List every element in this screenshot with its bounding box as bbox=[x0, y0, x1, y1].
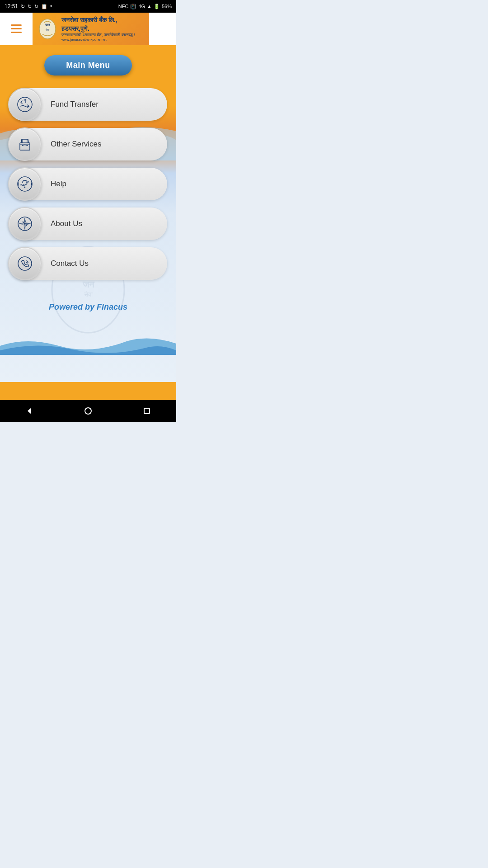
main-content: जन सेवा Main Menu ₹ Fund Transfer bbox=[0, 45, 176, 382]
vibrate-icon: 📳 bbox=[130, 4, 136, 9]
time: 12:51 bbox=[5, 3, 18, 9]
svg-point-12 bbox=[24, 187, 25, 188]
about-us-icon-wrap bbox=[8, 207, 42, 241]
home-icon bbox=[84, 406, 93, 415]
contact-us-item[interactable]: Contact Us bbox=[9, 247, 167, 280]
bottom-orange-bar bbox=[0, 382, 176, 400]
svg-marker-20 bbox=[28, 408, 31, 414]
recents-button[interactable] bbox=[136, 400, 158, 422]
fund-transfer-item[interactable]: ₹ Fund Transfer bbox=[9, 88, 167, 121]
battery-level: 56% bbox=[162, 4, 172, 9]
navigation-bar bbox=[0, 400, 176, 422]
sync-icon-2: ↻ bbox=[28, 4, 32, 9]
header-right-space bbox=[149, 13, 176, 45]
other-services-icon-wrap bbox=[8, 127, 42, 161]
svg-text:24: 24 bbox=[20, 184, 24, 187]
hamburger-menu-button[interactable] bbox=[0, 13, 33, 45]
powered-by-text: Powered by Finacus bbox=[49, 302, 127, 311]
svg-rect-22 bbox=[144, 408, 150, 414]
box-icon bbox=[16, 136, 33, 153]
powered-by-section: Powered by Finacus bbox=[0, 289, 176, 321]
svg-marker-15 bbox=[23, 219, 26, 223]
svg-text:सेवा: सेवा bbox=[45, 28, 50, 31]
main-menu-button[interactable]: Main Menu bbox=[44, 55, 132, 75]
svg-marker-18 bbox=[26, 222, 30, 225]
svg-text:×7: ×7 bbox=[26, 181, 29, 184]
back-button[interactable] bbox=[19, 400, 40, 422]
back-icon bbox=[25, 406, 34, 415]
hamburger-icon bbox=[11, 24, 22, 33]
bank-brand: जन सेवा जनसेवा सहकारी बँक लि., हडपसर,पुण… bbox=[33, 13, 149, 45]
contact-us-label: Contact Us bbox=[42, 259, 167, 268]
blue-wave-bottom-decoration bbox=[0, 332, 176, 355]
svg-marker-16 bbox=[23, 225, 26, 229]
app-header: जन सेवा जनसेवा सहकारी बँक लि., हडपसर,पुण… bbox=[0, 13, 176, 45]
compass-icon bbox=[16, 215, 33, 232]
rupee-transfer-icon: ₹ bbox=[16, 96, 33, 113]
clipboard-icon: 📋 bbox=[41, 4, 47, 9]
svg-text:जन: जन bbox=[45, 23, 50, 27]
main-menu-title-section: Main Menu bbox=[0, 45, 176, 84]
contact-us-icon-wrap bbox=[8, 247, 42, 280]
bank-website: www.janasevabankpune.net bbox=[61, 38, 144, 42]
recents-icon bbox=[142, 406, 151, 415]
help-item[interactable]: 24 ×7 Help bbox=[9, 168, 167, 200]
sync-icon-3: ↻ bbox=[34, 4, 38, 9]
24x7-icon: 24 ×7 bbox=[16, 175, 33, 193]
sync-icon-1: ↻ bbox=[21, 4, 25, 9]
svg-point-9 bbox=[18, 177, 32, 191]
dot-icon: • bbox=[50, 3, 52, 9]
fund-transfer-icon-wrap: ₹ bbox=[8, 88, 42, 121]
bank-tagline: जनसामान्यांची असामान्य बँक, जनसेवेसाठी व… bbox=[61, 33, 144, 38]
status-bar: 12:51 ↻ ↻ ↻ 📋 • NFC 📳 4G ▲ 🔋 56% bbox=[0, 0, 176, 13]
bank-text: जनसेवा सहकारी बँक लि., हडपसर,पुणे. जनसाम… bbox=[61, 16, 144, 41]
other-services-label: Other Services bbox=[42, 140, 167, 149]
menu-items-list: ₹ Fund Transfer Other Services bbox=[0, 84, 176, 289]
help-icon-wrap: 24 ×7 bbox=[8, 167, 42, 201]
bank-name: जनसेवा सहकारी बँक लि., हडपसर,पुणे. bbox=[61, 16, 144, 32]
battery-icon: 🔋 bbox=[154, 4, 160, 9]
about-us-item[interactable]: About Us bbox=[9, 208, 167, 240]
nfc-icon: NFC bbox=[118, 4, 129, 9]
svg-point-21 bbox=[85, 408, 91, 414]
svg-marker-17 bbox=[20, 222, 24, 225]
network-icon: 4G bbox=[138, 4, 145, 9]
svg-rect-8 bbox=[20, 143, 30, 150]
svg-point-19 bbox=[18, 257, 32, 270]
bank-logo-icon: जन सेवा bbox=[38, 17, 57, 41]
signal-icon: ▲ bbox=[147, 4, 152, 9]
help-label: Help bbox=[42, 179, 167, 189]
phone-icon bbox=[16, 255, 33, 272]
fund-transfer-label: Fund Transfer bbox=[42, 100, 167, 109]
about-us-label: About Us bbox=[42, 219, 167, 228]
home-button[interactable] bbox=[77, 400, 99, 422]
status-right: NFC 📳 4G ▲ 🔋 56% bbox=[118, 4, 172, 9]
svg-text:₹: ₹ bbox=[23, 99, 27, 104]
status-left: 12:51 ↻ ↻ ↻ 📋 • bbox=[5, 3, 52, 9]
other-services-item[interactable]: Other Services bbox=[9, 128, 167, 160]
svg-point-14 bbox=[24, 223, 26, 225]
